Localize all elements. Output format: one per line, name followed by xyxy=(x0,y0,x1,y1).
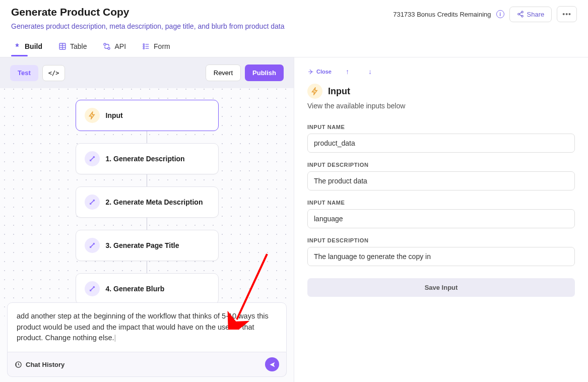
svg-point-0 xyxy=(521,11,523,13)
tab-api[interactable]: API xyxy=(101,38,128,56)
share-button[interactable]: Share xyxy=(509,7,552,22)
svg-point-1 xyxy=(517,13,519,15)
annotation-arrow-icon xyxy=(227,249,277,330)
svg-point-15 xyxy=(143,48,145,49)
connector xyxy=(147,174,147,186)
svg-line-4 xyxy=(519,15,521,16)
tab-table[interactable]: Table xyxy=(56,38,89,56)
form-icon xyxy=(142,42,150,50)
node-step-2[interactable]: 2. Generate Meta Description xyxy=(76,186,219,218)
input-description-field-1[interactable] xyxy=(307,247,575,266)
wand-icon xyxy=(85,238,100,253)
connector xyxy=(147,218,147,230)
send-button[interactable] xyxy=(265,357,279,371)
tab-form[interactable]: Form xyxy=(140,38,172,56)
node-label: Input xyxy=(106,111,123,119)
svg-line-3 xyxy=(519,13,521,14)
puzzle-icon xyxy=(13,42,21,50)
share-label: Share xyxy=(527,11,545,18)
connector xyxy=(147,261,147,273)
wand-icon xyxy=(85,281,100,296)
field-label: INPUT NAME xyxy=(307,124,575,130)
node-input[interactable]: Input xyxy=(76,100,219,131)
node-label: 4. Generate Blurb xyxy=(106,285,165,293)
send-icon xyxy=(269,361,276,368)
code-view-button[interactable]: </> xyxy=(42,65,66,81)
save-input-button[interactable]: Save Input xyxy=(307,278,575,297)
node-label: 1. Generate Description xyxy=(106,155,185,163)
credits-remaining: 731733 Bonus Credits Remaining xyxy=(393,11,491,18)
connector xyxy=(147,131,147,143)
close-panel-button[interactable]: Close xyxy=(307,69,332,75)
svg-point-2 xyxy=(521,15,523,17)
tabs-row: Build Table API Form xyxy=(0,38,588,57)
more-options-button[interactable]: ••• xyxy=(557,6,577,22)
svg-point-13 xyxy=(143,46,145,47)
field-label: INPUT DESCRIPTION xyxy=(307,237,575,243)
page-subtitle: Generates product description, meta desc… xyxy=(11,22,577,30)
lightning-icon xyxy=(307,84,322,99)
wand-icon xyxy=(85,151,100,166)
node-step-3[interactable]: 3. Generate Page Title xyxy=(76,230,219,261)
side-panel: Close ↑ ↓ Input View the available input… xyxy=(294,57,588,382)
table-icon xyxy=(58,42,67,50)
svg-point-10 xyxy=(108,47,110,49)
publish-button[interactable]: Publish xyxy=(245,65,284,81)
svg-point-11 xyxy=(143,44,145,45)
svg-line-17 xyxy=(237,254,267,320)
lightning-icon xyxy=(85,108,100,123)
node-step-4[interactable]: 4. Generate Blurb xyxy=(76,273,219,304)
input-name-field-1[interactable] xyxy=(307,209,575,228)
panel-subtitle: View the available inputs below xyxy=(307,102,575,110)
input-name-field-0[interactable] xyxy=(307,134,575,153)
node-step-1[interactable]: 1. Generate Description xyxy=(76,143,219,174)
node-label: 3. Generate Page Title xyxy=(106,241,179,249)
chat-history-button[interactable]: Chat History xyxy=(15,361,64,368)
revert-button[interactable]: Revert xyxy=(206,65,241,81)
panel-title: Input xyxy=(328,86,350,97)
share-icon xyxy=(517,11,524,18)
test-button[interactable]: Test xyxy=(10,65,38,81)
node-label: 2. Generate Meta Description xyxy=(106,198,203,206)
page-title: Generate Product Copy xyxy=(11,6,129,18)
field-label: INPUT DESCRIPTION xyxy=(307,162,575,168)
field-label: INPUT NAME xyxy=(307,200,575,206)
wand-icon xyxy=(85,195,100,210)
info-icon[interactable]: i xyxy=(496,10,504,18)
tab-build[interactable]: Build xyxy=(11,38,44,56)
input-description-field-0[interactable] xyxy=(307,171,575,190)
svg-point-9 xyxy=(104,43,106,45)
close-icon xyxy=(307,69,314,75)
history-icon xyxy=(15,361,22,368)
next-step-button[interactable]: ↓ xyxy=(363,67,377,77)
api-icon xyxy=(103,42,111,50)
prev-step-button[interactable]: ↑ xyxy=(341,67,354,77)
